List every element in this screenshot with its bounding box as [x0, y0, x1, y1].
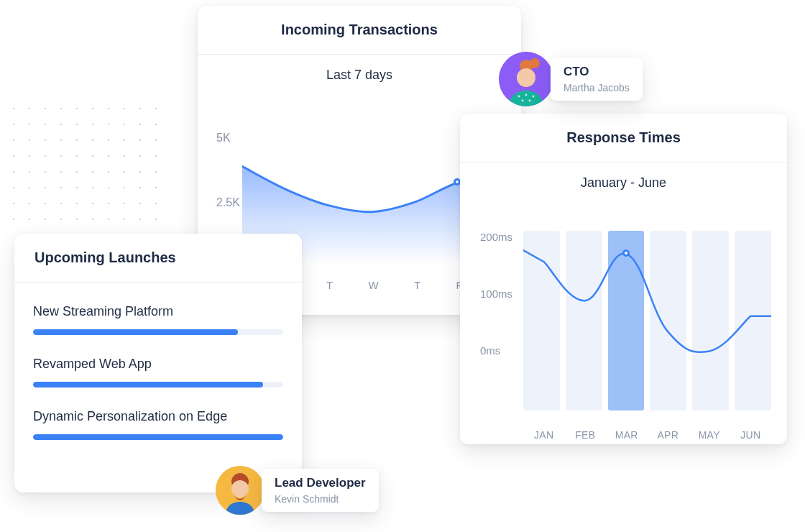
incoming-ytick-5k: 5K	[216, 132, 231, 145]
response-title: Response Times	[460, 114, 787, 162]
avatar-dev-illustration	[216, 466, 264, 515]
person-chip-dev: Lead Developer Kevin Schmidt	[262, 469, 379, 512]
dev-name: Kevin Schmidt	[275, 493, 366, 505]
cto-name: Martha Jacobs	[564, 82, 630, 93]
cto-role: CTO	[564, 65, 630, 79]
response-ytick-200: 200ms	[480, 231, 512, 243]
incoming-xlabel: W	[369, 279, 379, 291]
launch-progress-fill	[33, 434, 283, 440]
launch-item: Dynamic Personalization on Edge	[33, 400, 283, 453]
response-xlabel: APR	[648, 429, 689, 441]
launches-list: New Streaming PlatformRevamped Web AppDy…	[14, 283, 302, 459]
svg-point-6	[533, 96, 535, 98]
svg-point-7	[522, 100, 524, 102]
svg-point-4	[518, 96, 520, 98]
person-badge-cto: CTO Martha Jacobs	[499, 52, 643, 106]
launches-title: Upcoming Launches	[14, 234, 302, 283]
response-y-axis: 200ms 100ms 0ms	[480, 231, 512, 357]
dashboard-stage: Incoming Transactions Last 7 days 5K 2.5…	[0, 0, 805, 532]
launch-progress	[33, 329, 283, 335]
avatar-cto	[499, 52, 553, 106]
avatar-dev	[216, 466, 264, 515]
response-xlabel: MAR	[606, 429, 648, 441]
person-chip-cto: CTO Martha Jacobs	[551, 58, 643, 101]
card-response-times: Response Times January - June 200ms 100m…	[460, 114, 787, 444]
svg-point-3	[517, 68, 535, 87]
launch-name: Revamped Web App	[33, 357, 283, 372]
svg-point-10	[231, 480, 249, 497]
incoming-ytick-2p5k: 2.5K	[216, 196, 240, 209]
response-x-axis: JANFEBMARAPRMAYJUN	[523, 429, 771, 441]
incoming-subtitle: Last 7 days	[198, 55, 521, 88]
incoming-xlabel: T	[326, 279, 333, 291]
incoming-xlabel: T	[414, 279, 420, 291]
avatar-cto-illustration	[499, 52, 553, 106]
person-badge-dev: Lead Developer Kevin Schmidt	[216, 466, 379, 515]
launch-item: New Streaming Platform	[33, 295, 283, 348]
response-chart: 200ms 100ms 0ms JANFEBMARAPRMAYJUN	[460, 196, 787, 444]
launch-progress	[33, 434, 283, 440]
launch-progress-fill	[33, 382, 263, 387]
dev-role: Lead Developer	[275, 476, 366, 490]
response-xlabel: FEB	[565, 429, 607, 441]
launch-name: New Streaming Platform	[33, 304, 283, 319]
response-xlabel: MAY	[689, 429, 730, 441]
launch-name: Dynamic Personalization on Edge	[33, 409, 283, 424]
response-xlabel: JUN	[730, 429, 772, 441]
svg-point-8	[529, 100, 531, 102]
card-upcoming-launches: Upcoming Launches New Streaming Platform…	[14, 234, 302, 492]
response-ytick-100: 100ms	[480, 288, 512, 300]
response-ytick-0: 0ms	[480, 344, 512, 357]
launch-progress	[33, 382, 283, 387]
incoming-title: Incoming Transactions	[198, 6, 521, 55]
decorative-dot-grid	[6, 101, 171, 230]
svg-point-2	[530, 58, 540, 68]
launch-item: Revamped Web App	[33, 348, 283, 400]
response-line-svg	[523, 231, 771, 386]
response-xlabel: JAN	[523, 429, 565, 441]
response-subtitle: January - June	[460, 162, 787, 196]
launch-progress-fill	[33, 329, 238, 335]
svg-point-5	[525, 94, 528, 96]
